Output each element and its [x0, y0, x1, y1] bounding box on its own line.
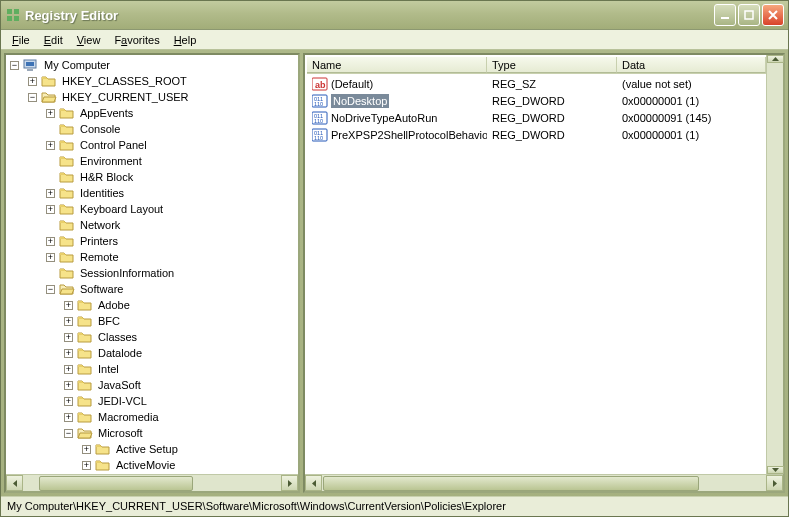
tree-item[interactable]: +AppEvents: [46, 105, 298, 121]
tree-item[interactable]: +Identities: [46, 185, 298, 201]
tree-item[interactable]: +JavaSoft: [64, 377, 298, 393]
value-name: (Default): [331, 78, 373, 90]
folder-icon: [77, 346, 93, 360]
tree-item[interactable]: +Remote: [46, 249, 298, 265]
column-header-type[interactable]: Type: [487, 57, 617, 73]
tree-expander[interactable]: +: [46, 141, 55, 150]
svg-rect-10: [7, 16, 12, 21]
tree-item[interactable]: Network: [46, 217, 298, 233]
tree-item-label: AppEvents: [78, 106, 135, 120]
menu-view[interactable]: View: [70, 32, 108, 48]
tree-horizontal-scrollbar[interactable]: [6, 474, 298, 491]
list-vertical-scrollbar[interactable]: [766, 55, 783, 474]
titlebar[interactable]: Registry Editor: [1, 1, 788, 30]
tree-item[interactable]: −Software: [46, 281, 298, 297]
list-row[interactable]: NoDesktopREG_DWORD0x00000001 (1): [307, 92, 766, 109]
minimize-button[interactable]: [714, 4, 736, 26]
list-view[interactable]: Name Type Data (Default)REG_SZ(value not…: [305, 55, 766, 474]
list-row[interactable]: PreXPSP2ShellProtocolBehaviorREG_DWORD0x…: [307, 126, 766, 143]
tree-item-label: Datalode: [96, 346, 144, 360]
app-icon: [5, 7, 21, 23]
expander-spacer: [46, 125, 55, 134]
tree-item[interactable]: SessionInformation: [46, 265, 298, 281]
tree-item[interactable]: Console: [46, 121, 298, 137]
tree-item-label: Network: [78, 218, 122, 232]
menu-help[interactable]: Help: [167, 32, 204, 48]
tree-expander[interactable]: −: [10, 61, 19, 70]
tree-expander[interactable]: +: [64, 349, 73, 358]
tree-item[interactable]: +Datalode: [64, 345, 298, 361]
scroll-right-button[interactable]: [281, 475, 298, 491]
expander-spacer: [46, 157, 55, 166]
tree-item[interactable]: +Macromedia: [64, 409, 298, 425]
menu-favorites[interactable]: Favorites: [107, 32, 166, 48]
value-type: REG_SZ: [487, 78, 617, 90]
tree-item[interactable]: H&R Block: [46, 169, 298, 185]
tree-item-label: H&R Block: [78, 170, 135, 184]
tree-item[interactable]: Environment: [46, 153, 298, 169]
scroll-thumb[interactable]: [39, 476, 193, 491]
tree-expander[interactable]: +: [64, 333, 73, 342]
scroll-left-button[interactable]: [6, 475, 23, 491]
scroll-left-button[interactable]: [305, 475, 322, 491]
tree-item[interactable]: +Keyboard Layout: [46, 201, 298, 217]
tree-item[interactable]: −HKEY_CURRENT_USER: [28, 89, 298, 105]
tree-expander[interactable]: +: [82, 445, 91, 454]
tree-expander[interactable]: −: [46, 285, 55, 294]
tree-expander[interactable]: +: [46, 109, 55, 118]
tree-item-label: Console: [78, 122, 122, 136]
tree-expander[interactable]: −: [64, 429, 73, 438]
tree-item-label: Printers: [78, 234, 120, 248]
tree-expander[interactable]: +: [46, 205, 55, 214]
tree-item[interactable]: −Microsoft: [64, 425, 298, 441]
tree-item[interactable]: +Active Setup: [82, 441, 298, 457]
tree-item[interactable]: +Classes: [64, 329, 298, 345]
tree-expander[interactable]: +: [64, 397, 73, 406]
tree-expander[interactable]: −: [28, 93, 37, 102]
tree-item[interactable]: +Control Panel: [46, 137, 298, 153]
close-button[interactable]: [762, 4, 784, 26]
tree-item[interactable]: +Adobe: [64, 297, 298, 313]
tree-expander[interactable]: +: [64, 301, 73, 310]
tree-item[interactable]: +HKEY_CLASSES_ROOT: [28, 73, 298, 89]
scroll-thumb[interactable]: [323, 476, 699, 491]
folder-icon: [77, 426, 93, 440]
window-title: Registry Editor: [25, 8, 714, 23]
tree-expander[interactable]: +: [46, 237, 55, 246]
scroll-up-button[interactable]: [767, 55, 784, 63]
scroll-down-button[interactable]: [767, 466, 784, 474]
tree-item[interactable]: +BFC: [64, 313, 298, 329]
folder-icon: [95, 458, 111, 472]
tree-expander[interactable]: +: [64, 413, 73, 422]
scroll-right-button[interactable]: [766, 475, 783, 491]
tree-expander[interactable]: +: [64, 317, 73, 326]
tree-item[interactable]: +JEDI-VCL: [64, 393, 298, 409]
column-header-data[interactable]: Data: [617, 57, 766, 73]
menu-edit[interactable]: Edit: [37, 32, 70, 48]
list-horizontal-scrollbar[interactable]: [305, 474, 783, 491]
tree-expander[interactable]: +: [46, 253, 55, 262]
tree-pane: −My Computer+HKEY_CLASSES_ROOT−HKEY_CURR…: [4, 53, 300, 493]
menu-file[interactable]: File: [5, 32, 37, 48]
column-header-name[interactable]: Name: [307, 57, 487, 73]
tree-item[interactable]: +Intel: [64, 361, 298, 377]
value-type: REG_DWORD: [487, 129, 617, 141]
tree-item[interactable]: +Printers: [46, 233, 298, 249]
tree-expander[interactable]: +: [64, 365, 73, 374]
value-data: (value not set): [617, 78, 766, 90]
folder-icon: [59, 218, 75, 232]
value-data: 0x00000001 (1): [617, 95, 766, 107]
tree-item-label: Remote: [78, 250, 121, 264]
tree-expander[interactable]: +: [82, 461, 91, 470]
maximize-button[interactable]: [738, 4, 760, 26]
tree-expander[interactable]: +: [46, 189, 55, 198]
tree-expander[interactable]: +: [64, 381, 73, 390]
tree-item[interactable]: +ActiveMovie: [82, 457, 298, 473]
tree-expander[interactable]: +: [28, 77, 37, 86]
tree-item-root[interactable]: −My Computer: [10, 57, 298, 73]
tree-item-label: Macromedia: [96, 410, 161, 424]
list-row[interactable]: NoDriveTypeAutoRunREG_DWORD0x00000091 (1…: [307, 109, 766, 126]
tree-view[interactable]: −My Computer+HKEY_CLASSES_ROOT−HKEY_CURR…: [6, 55, 298, 474]
list-row[interactable]: (Default)REG_SZ(value not set): [307, 75, 766, 92]
folder-icon: [77, 394, 93, 408]
